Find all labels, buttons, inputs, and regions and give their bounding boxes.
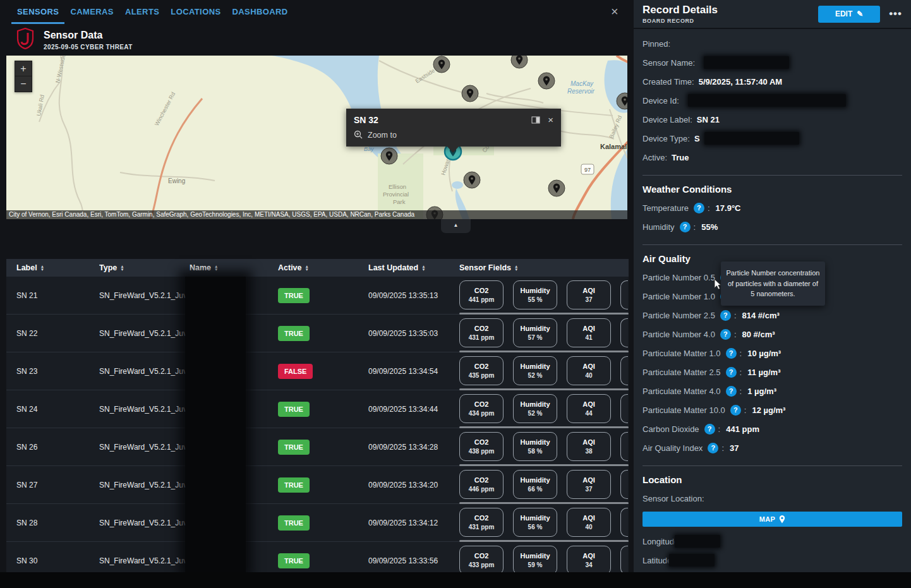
sensor-field-chip[interactable]: CO2 446 ppm [459, 470, 504, 499]
map-pin[interactable] [381, 148, 397, 164]
table-header: Label▲▼ Type▲▼ Name▲▼ Active▲▼ Last Upda… [6, 259, 629, 277]
row-type: SN_FireWard_V5.2.1_Juvare [99, 291, 190, 300]
map-pin[interactable] [462, 85, 478, 102]
column-header-active[interactable]: Active▲▼ [278, 263, 368, 272]
sensor-field-chip[interactable]: AQI 38 [567, 432, 611, 461]
edit-button[interactable]: EDIT ✎ [818, 6, 880, 23]
zoom-out-button[interactable]: − [15, 76, 32, 92]
help-icon[interactable]: ? [720, 329, 731, 340]
close-icon[interactable]: × [611, 5, 618, 18]
nav-item[interactable]: LOCATIONS [165, 0, 226, 24]
panel-title: Record Details [643, 4, 718, 16]
sensor-field-chip[interactable]: CO2 431 ppm [459, 508, 504, 537]
sensor-field-chip[interactable]: AQI 40 [567, 508, 611, 537]
table-row[interactable]: SN 26 SN_FireWard_V5.2.1_Juvare TRUE 09/… [6, 428, 629, 466]
sensor-field-chip[interactable]: Humidity 52 % [513, 394, 557, 423]
row-last-updated: 09/09/2025 13:34:12 [368, 519, 459, 527]
nav-item[interactable]: ALERTS [119, 0, 165, 24]
sensor-field-chip[interactable]: CO2 433 ppm [459, 546, 504, 575]
help-icon[interactable]: ? [704, 424, 715, 435]
row-type: SN_FireWard_V5.2.1_Juvare [99, 481, 190, 489]
location-heading: Location [643, 474, 902, 485]
sensor-field-chip[interactable]: Humidity 57 % [513, 318, 557, 347]
column-header-name[interactable]: Name▲▼ [190, 263, 278, 272]
help-icon[interactable]: ? [720, 310, 731, 321]
popup-close-icon[interactable]: × [548, 114, 553, 125]
active-badge: TRUE [278, 288, 310, 303]
sensor-field-chip-partial[interactable] [620, 470, 628, 499]
sensor-field-chip[interactable]: AQI 34 [567, 546, 611, 575]
more-options-icon[interactable]: ••• [889, 8, 902, 20]
table-row[interactable]: SN 22 SN_FireWard_V5.2.1_Juvare TRUE 09/… [6, 315, 629, 352]
table-row[interactable]: SN 21 SN_FireWard_V5.2.1_Juvare TRUE 09/… [6, 277, 629, 315]
help-icon[interactable]: ? [726, 386, 737, 397]
row-type: SN_FireWard_V5.2.1_Juvare [99, 405, 190, 414]
weather-heading: Weather Conditions [643, 184, 902, 195]
sensor-field-chip[interactable]: AQI 41 [567, 318, 611, 347]
sensor-field-chip[interactable]: AQI 40 [567, 356, 611, 385]
column-header-type[interactable]: Type▲▼ [99, 263, 190, 272]
dock-icon[interactable] [531, 116, 540, 124]
sensor-field-chip[interactable]: Humidity 59 % [513, 546, 557, 575]
table-row[interactable]: SN 24 SN_FireWard_V5.2.1_Juvare TRUE 09/… [6, 390, 629, 428]
sensor-field-chip-partial[interactable] [620, 432, 628, 461]
sensor-field-chip-partial[interactable] [620, 394, 628, 423]
map-attribution: City of Vernon, Esri Canada, Esri, TomTo… [6, 210, 627, 219]
row-label: SN 21 [6, 291, 99, 300]
map-pin[interactable] [464, 172, 480, 188]
help-icon[interactable]: ? [708, 443, 718, 453]
map-pin[interactable] [433, 56, 450, 73]
sensor-field-chip[interactable]: CO2 441 ppm [459, 280, 504, 309]
row-label: SN 23 [6, 367, 99, 376]
sensor-field-chip[interactable]: AQI 44 [567, 394, 611, 423]
zoom-in-button[interactable]: + [15, 61, 32, 76]
label-park-2: Provincial [383, 191, 409, 198]
map-pin[interactable] [538, 73, 555, 89]
help-icon[interactable]: ? [730, 405, 741, 416]
sensor-field-chip[interactable]: CO2 435 ppm [459, 356, 504, 385]
table-row[interactable]: SN 27 SN_FireWard_V5.2.1_Juvare TRUE 09/… [6, 466, 629, 504]
sensor-field-chip[interactable]: Humidity 58 % [513, 432, 557, 461]
sensor-field-chip[interactable]: Humidity 56 % [513, 508, 557, 537]
detail-field-row: Created Time: 5/9/2025, 11:57:40 AM [643, 72, 902, 91]
sensor-field-chip[interactable]: CO2 434 ppm [459, 394, 504, 423]
map-button[interactable]: MAP [643, 512, 902, 527]
page-header: Sensor Data 2025-09-05 CYBER THREAT [16, 28, 133, 52]
help-icon[interactable]: ? [726, 348, 737, 359]
column-header-last-updated[interactable]: Last Updated▲▼ [368, 263, 459, 272]
sensor-field-chip-partial[interactable] [620, 356, 628, 385]
column-header-label[interactable]: Label▲▼ [6, 263, 99, 272]
row-type: SN_FireWard_V5.2.1_Juvare [99, 367, 190, 376]
sensor-field-chip[interactable]: Humidity 55 % [513, 280, 557, 309]
column-header-sensor-fields[interactable]: Sensor Fields▲▼ [459, 263, 629, 272]
label-ewing: Ewing [168, 177, 185, 184]
map[interactable]: N-Westside Rd Ukali Rd Winchester Rd Eas… [6, 56, 627, 219]
sensor-field-chip[interactable]: AQI 37 [567, 470, 611, 499]
bottom-strip [0, 572, 911, 588]
sensor-field-chip[interactable]: Humidity 52 % [513, 356, 557, 385]
table-row[interactable]: SN 23 SN_FireWard_V5.2.1_Juvare FALSE 09… [6, 352, 629, 390]
sensor-field-chip[interactable]: CO2 438 ppm [459, 432, 504, 461]
map-pin[interactable] [548, 180, 565, 196]
sensor-field-chip[interactable]: AQI 37 [567, 280, 611, 309]
sensor-field-chip-partial[interactable] [620, 318, 628, 347]
help-tooltip: Particle Number concentration of particl… [721, 261, 825, 306]
sensor-field-chip[interactable]: Humidity 66 % [513, 470, 557, 499]
zoom-to-action[interactable]: Zoom to [346, 125, 561, 140]
nav-item[interactable]: SENSORS [11, 0, 64, 24]
help-icon[interactable]: ? [694, 203, 704, 213]
table-row[interactable]: SN 28 SN_FireWard_V5.2.1_Juvare TRUE 09/… [6, 504, 629, 542]
sensor-field-chip[interactable]: CO2 431 ppm [459, 318, 504, 347]
row-last-updated: 09/09/2025 13:35:03 [368, 329, 459, 338]
sensor-field-chip-partial[interactable] [620, 546, 628, 575]
sensor-field-chip-partial[interactable] [620, 508, 628, 537]
map-pin[interactable] [511, 56, 528, 68]
nav-item[interactable]: DASHBOARD [227, 0, 294, 24]
sensor-field-chip-partial[interactable] [620, 280, 628, 309]
help-icon[interactable]: ? [680, 222, 691, 232]
sort-icon: ▲▼ [514, 265, 518, 271]
nav-item[interactable]: CAMERAS [64, 0, 119, 24]
map-zoom-controls: + − [15, 61, 32, 92]
map-collapse-tab[interactable]: ▲ [441, 219, 471, 233]
help-icon[interactable]: ? [726, 367, 737, 378]
